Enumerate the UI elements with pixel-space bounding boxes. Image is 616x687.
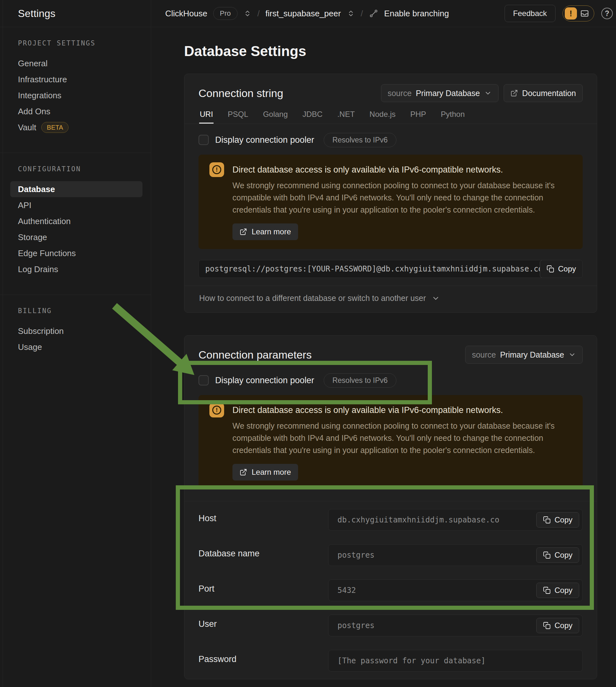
sidebar-section-title: PROJECT SETTINGS xyxy=(18,39,145,47)
connect-help-expander[interactable]: How to connect to a different database o… xyxy=(184,286,597,312)
copy-icon xyxy=(547,265,554,273)
documentation-label: Documentation xyxy=(522,89,576,98)
card-body: Display connection pooler Resolves to IP… xyxy=(184,364,597,672)
source-select-label: source xyxy=(472,350,496,359)
section-divider xyxy=(184,501,597,501)
topbar-actions: Feedback ! ? xyxy=(505,5,609,22)
notifications-button[interactable]: ! xyxy=(563,5,594,21)
connection-string-tab[interactable]: JDBC xyxy=(302,110,323,124)
sidebar-item[interactable]: Subscription xyxy=(10,323,142,339)
sidebar-item-label: Subscription xyxy=(18,323,64,339)
sidebar-item[interactable]: Infrastructure xyxy=(10,71,142,87)
learn-more-button[interactable]: Learn more xyxy=(233,223,298,240)
breadcrumb-project[interactable]: first_supabase_peer xyxy=(265,9,341,19)
source-select[interactable]: source Primary Database xyxy=(381,84,499,102)
connection-string-tab[interactable]: Node.js xyxy=(369,110,396,124)
window-edge xyxy=(3,0,3,687)
connection-string-card: Connection string source Primary Databas… xyxy=(184,74,597,313)
parameter-value: postgres xyxy=(329,621,383,630)
sidebar-item[interactable]: Add Ons xyxy=(10,104,142,119)
sidebar-section-configuration: CONFIGURATION Database API Authenticatio… xyxy=(0,153,151,295)
copy-icon xyxy=(543,622,551,629)
chevron-down-icon xyxy=(568,351,576,358)
copy-button[interactable]: Copy xyxy=(540,260,583,278)
connection-string-tabs: URIPSQLGolangJDBC.NETNode.jsPHPPython xyxy=(184,102,597,124)
copy-button[interactable]: Copy xyxy=(536,548,579,563)
sidebar-item[interactable]: Authentication xyxy=(10,213,142,229)
copy-button[interactable]: Copy xyxy=(536,618,579,633)
copy-button[interactable]: Copy xyxy=(536,583,579,598)
sidebar-item[interactable]: API xyxy=(10,197,142,213)
connection-string-tab[interactable]: PHP xyxy=(410,110,426,124)
warning-title: Direct database access is only available… xyxy=(233,403,566,415)
parameter-label: User xyxy=(198,615,328,629)
pooler-label: Display connection pooler xyxy=(215,135,314,145)
parameter-row: Password [The password for your database… xyxy=(198,650,583,672)
display-connection-pooler-checkbox[interactable] xyxy=(198,375,209,385)
resolves-to-ipv6-badge: Resolves to IPv6 xyxy=(324,133,396,147)
learn-more-label: Learn more xyxy=(252,468,291,477)
card-header-actions: source Primary Database Documentation xyxy=(381,84,583,102)
parameter-value: db.cxhygiuitamxhniiddjm.supabase.co xyxy=(329,515,508,524)
beta-badge: BETA xyxy=(41,122,68,133)
connection-string-tab[interactable]: PSQL xyxy=(227,110,249,124)
breadcrumb-org[interactable]: ClickHouse xyxy=(165,9,207,19)
connection-string-tab[interactable]: URI xyxy=(199,110,214,124)
feedback-button[interactable]: Feedback xyxy=(505,5,555,22)
sidebar-item[interactable]: Usage xyxy=(10,339,142,355)
source-select-value: Primary Database xyxy=(500,350,564,359)
alert-badge-icon: ! xyxy=(565,7,577,20)
card-header: Connection parameters source Primary Dat… xyxy=(184,335,597,364)
copy-button[interactable]: Copy xyxy=(536,512,579,528)
topbar-main: ClickHouse Pro / first_supabase_peer / E… xyxy=(151,0,616,27)
documentation-button[interactable]: Documentation xyxy=(504,84,583,102)
parameter-value-field[interactable]: postgres Copy xyxy=(328,544,583,566)
external-link-icon xyxy=(510,89,518,97)
breadcrumb-separator: / xyxy=(258,9,260,19)
parameter-value-field[interactable]: postgres Copy xyxy=(328,615,583,637)
external-link-icon xyxy=(240,468,247,476)
sidebar-item[interactable]: Database xyxy=(10,181,142,197)
copy-label: Copy xyxy=(558,264,576,273)
sidebar-item[interactable]: General xyxy=(10,56,142,71)
sidebar-item[interactable]: Vault BETA xyxy=(10,119,142,135)
sidebar-item-label: Database xyxy=(18,181,55,197)
connection-string-tab[interactable]: Golang xyxy=(262,110,288,124)
connection-string-tab[interactable]: .NET xyxy=(336,110,355,124)
source-select[interactable]: source Primary Database xyxy=(465,346,583,364)
enable-branching-button[interactable]: Enable branching xyxy=(384,9,449,19)
display-connection-pooler-checkbox[interactable] xyxy=(198,135,209,145)
card-body: Display connection pooler Resolves to IP… xyxy=(184,124,597,278)
help-button[interactable]: ? xyxy=(601,8,613,19)
warning-body: We strongly recommend using connection p… xyxy=(233,420,566,456)
sidebar-item-label: Add Ons xyxy=(18,104,50,119)
sidebar-item[interactable]: Storage xyxy=(10,229,142,245)
chevron-updown-icon[interactable] xyxy=(347,9,355,18)
warning-content: Direct database access is only available… xyxy=(233,403,566,481)
sidebar-item-label: Edge Functions xyxy=(18,245,76,261)
connection-string-tab[interactable]: Python xyxy=(440,110,465,124)
sidebar-item[interactable]: Edge Functions xyxy=(10,245,142,261)
sidebar-item-label: API xyxy=(18,197,31,213)
sidebar-section-project-settings: PROJECT SETTINGS General Infrastructure … xyxy=(0,27,151,153)
sidebar-item[interactable]: Integrations xyxy=(10,87,142,104)
chevron-updown-icon[interactable] xyxy=(243,9,252,18)
parameter-row: Host db.cxhygiuitamxhniiddjm.supabase.co… xyxy=(198,509,583,531)
learn-more-label: Learn more xyxy=(252,227,291,236)
learn-more-button[interactable]: Learn more xyxy=(233,464,298,481)
topbar: Settings ClickHouse Pro / first_supabase… xyxy=(0,0,616,27)
card-title: Connection parameters xyxy=(198,349,311,361)
app-title: Settings xyxy=(18,8,56,20)
copy-label: Copy xyxy=(554,621,572,630)
sidebar-item-label: Storage xyxy=(18,229,47,245)
parameter-value-field[interactable]: [The password for your database] xyxy=(328,650,583,672)
copy-label: Copy xyxy=(554,586,572,595)
pooler-label: Display connection pooler xyxy=(215,376,314,385)
parameter-value-field[interactable]: 5432 Copy xyxy=(328,579,583,601)
source-select-label: source xyxy=(388,89,412,98)
sidebar-item-label: Usage xyxy=(18,339,42,355)
sidebar-item[interactable]: Log Drains xyxy=(10,261,142,277)
external-link-icon xyxy=(240,228,247,236)
warning-icon: ! xyxy=(210,403,224,418)
parameter-value-field[interactable]: db.cxhygiuitamxhniiddjm.supabase.co Copy xyxy=(328,509,583,531)
